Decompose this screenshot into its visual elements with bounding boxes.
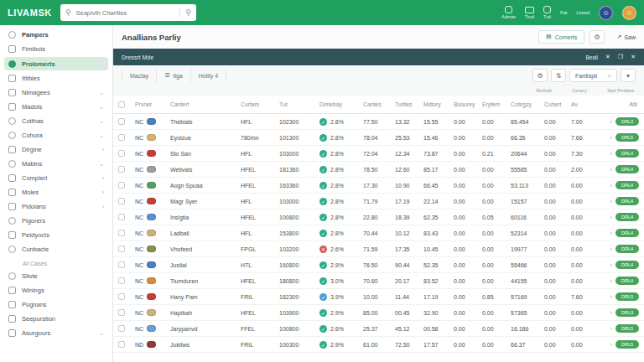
- column-header-cotirgzy[interactable]: Cotirgzy: [511, 101, 544, 107]
- status-badge[interactable]: DRL4: [615, 229, 639, 237]
- status-badge[interactable]: DRL4: [615, 165, 639, 173]
- nav-person[interactable]: Trsl: [543, 6, 551, 19]
- column-header-eryfem[interactable]: Eryfem: [482, 101, 511, 107]
- table-row[interactable]: NCJuslialHTL160800✓2.9%76.5090.4452.350.…: [113, 257, 644, 273]
- sidebar-item-pampers[interactable]: Pampers: [0, 28, 112, 42]
- row-expand-chevron-icon[interactable]: ›: [610, 135, 612, 141]
- row-expand-chevron-icon[interactable]: ›: [610, 119, 612, 125]
- column-header-cantert[interactable]: Cantert: [170, 101, 241, 107]
- segment-holity[interactable]: Holity 4: [191, 70, 226, 82]
- column-header-prvnet[interactable]: Prvnet: [135, 101, 170, 107]
- row-expand-chevron-icon[interactable]: ›: [610, 326, 612, 332]
- column-header-dimebay[interactable]: Dimebay: [319, 101, 363, 107]
- table-row[interactable]: NCInsigtiaHFEL100800✓2.8%22.8018.3962.35…: [113, 209, 644, 225]
- sidebar-item-mabins[interactable]: Mabins⌄: [0, 157, 112, 171]
- column-header-tut[interactable]: Tut: [279, 101, 319, 107]
- table-row[interactable]: NDJukitwsFRIL100300✓2.9%61.0072.5017.570…: [113, 337, 644, 353]
- column-header-cantes[interactable]: Cantes: [363, 101, 395, 107]
- row-expand-chevron-icon[interactable]: ›: [610, 310, 612, 316]
- filter-button[interactable]: ⚙: [532, 69, 548, 82]
- sidebar-item-sliote[interactable]: Sliote: [0, 269, 112, 283]
- close-panel-icon[interactable]: ✕: [631, 54, 636, 60]
- row-expand-chevron-icon[interactable]: ›: [610, 262, 612, 268]
- nav-text-fai[interactable]: Fai: [560, 10, 567, 15]
- row-expand-chevron-icon[interactable]: ›: [610, 230, 612, 236]
- sidebar-item-cohura[interactable]: Cohura⌄: [0, 128, 112, 142]
- status-badge[interactable]: DRL4: [615, 261, 639, 269]
- table-row[interactable]: NCWetivaisHFEL181360✓2.8%78.5012.6085.17…: [113, 162, 644, 178]
- status-badge[interactable]: DRL4: [615, 197, 639, 205]
- search-input[interactable]: [74, 8, 176, 18]
- sidebar-item-petdyocts[interactable]: Petdyocts: [0, 228, 112, 242]
- table-row[interactable]: NCSto SanHFL103000✓2.8%72.0412.3473.870.…: [113, 146, 644, 162]
- sort-button[interactable]: ⇅: [551, 69, 566, 82]
- column-header-turtles[interactable]: Turtles: [395, 101, 423, 107]
- global-search[interactable]: ⚲ ⚲: [60, 4, 196, 21]
- column-header-atli[interactable]: Atli: [598, 101, 644, 107]
- row-expand-chevron-icon[interactable]: ›: [610, 278, 612, 284]
- category-dropdown[interactable]: Fantispii ○: [569, 69, 617, 82]
- sidebar-item-cotthas[interactable]: Cotthas⌄: [0, 114, 112, 128]
- row-checkbox[interactable]: [118, 230, 125, 236]
- sidebar-item-fimibois[interactable]: Fimibois: [0, 42, 112, 56]
- row-checkbox[interactable]: [118, 134, 125, 141]
- avatar-user[interactable]: ☺: [622, 6, 636, 20]
- table-row[interactable]: NCHapibahHFEL103900✓2.9%85.0000.4532.900…: [113, 305, 644, 321]
- row-checkbox[interactable]: [118, 325, 125, 332]
- sidebar-item-moles[interactable]: Moles›: [0, 185, 112, 199]
- select-all-checkbox[interactable]: [118, 101, 125, 108]
- column-header-curtam[interactable]: Curtam: [241, 101, 279, 107]
- row-expand-chevron-icon[interactable]: ›: [610, 151, 612, 157]
- save-button[interactable]: ↗ Saw: [617, 34, 636, 40]
- row-checkbox[interactable]: [118, 150, 125, 157]
- column-header-av[interactable]: Av: [571, 101, 598, 107]
- row-checkbox[interactable]: [118, 261, 125, 268]
- row-expand-chevron-icon[interactable]: ›: [610, 294, 612, 300]
- sidebar-item-seepurstion[interactable]: Seepurstion: [0, 312, 112, 326]
- row-checkbox[interactable]: [118, 214, 125, 220]
- status-badge[interactable]: DRL5: [615, 340, 639, 349]
- sidebar-item-nimagees[interactable]: Nimagees⌄: [0, 85, 112, 100]
- status-badge[interactable]: DRL4: [615, 245, 639, 253]
- comments-button[interactable]: ▤ Comerts: [538, 30, 584, 44]
- row-checkbox[interactable]: [118, 182, 125, 189]
- table-row[interactable]: NCEyolzue780mn101300✓2.8%78.0425.5315.46…: [113, 130, 644, 146]
- table-row[interactable]: NCLadbaliHFL153800✓2.8%70.4410.1283.430.…: [113, 225, 644, 241]
- sidebar-item-pidolans[interactable]: Pidolans›: [0, 199, 112, 214]
- settings-button[interactable]: ⚙: [589, 30, 605, 44]
- row-checkbox[interactable]: [118, 246, 125, 252]
- row-expand-chevron-icon[interactable]: ›: [610, 167, 612, 173]
- status-badge[interactable]: DRL3: [615, 308, 639, 317]
- segment-tiga[interactable]: ☰ tiga: [157, 69, 191, 82]
- row-expand-chevron-icon[interactable]: ›: [610, 183, 612, 189]
- row-checkbox[interactable]: [118, 118, 125, 125]
- segment-maclay[interactable]: Maclay: [122, 70, 157, 82]
- column-header-mdtory[interactable]: Mdtory: [423, 101, 454, 107]
- sidebar-item-pigorers[interactable]: Pigorers: [0, 214, 112, 228]
- row-checkbox[interactable]: [118, 277, 125, 284]
- nav-text-liowd[interactable]: Liowd: [576, 10, 589, 15]
- table-row[interactable]: NCJarypanvdFFEL100800✓2.6%25.3745.1200.5…: [113, 321, 644, 337]
- table-row[interactable]: NCVhofeedFPGL103200✕2.6%71.5917.3510.450…: [113, 241, 644, 257]
- status-badge[interactable]: DRL3: [615, 117, 639, 126]
- close-icon[interactable]: ✕: [605, 54, 610, 60]
- table-row[interactable]: NCHany PamFRIL182300✓3.9%10.0011.4417.19…: [113, 289, 644, 305]
- row-checkbox[interactable]: [118, 293, 125, 300]
- sidebar-item-madols[interactable]: Madols⌄: [0, 100, 112, 114]
- more-dropdown-button[interactable]: ▾: [621, 69, 636, 82]
- nav-admin[interactable]: Admiw: [501, 6, 516, 19]
- row-expand-chevron-icon[interactable]: ›: [610, 342, 612, 348]
- table-row[interactable]: NCMagr SyerHFL103000✓2.8%71.7917.1922.14…: [113, 194, 644, 209]
- status-badge[interactable]: DRL5: [615, 292, 639, 301]
- maximize-icon[interactable]: ❐: [618, 54, 623, 60]
- status-badge[interactable]: DRL5: [615, 324, 639, 333]
- table-row[interactable]: NCAogn SpuaaHFEL163360✓2.8%17.3010.9066.…: [113, 178, 644, 194]
- avatar-notifications[interactable]: ☺: [599, 6, 613, 20]
- sidebar-item-ittibles[interactable]: Ittibles: [0, 71, 112, 85]
- row-checkbox[interactable]: [118, 166, 125, 173]
- row-expand-chevron-icon[interactable]: ›: [610, 199, 612, 204]
- sidebar-item-winings[interactable]: Winings: [0, 283, 112, 297]
- table-row[interactable]: NCTiumdurenHFEL180800✓3.0%70.6020.1783.5…: [113, 273, 644, 289]
- status-badge[interactable]: DRL4: [615, 277, 639, 285]
- status-badge[interactable]: DRL4: [615, 181, 639, 189]
